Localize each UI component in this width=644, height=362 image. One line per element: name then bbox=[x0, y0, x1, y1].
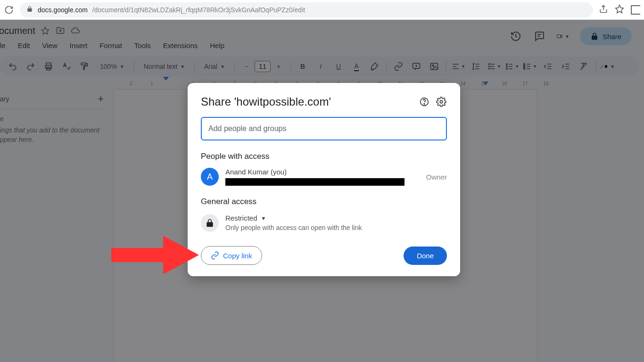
url-host: docs.google.com bbox=[38, 6, 88, 14]
person-row: A Anand Kumar (you) Owner bbox=[201, 168, 447, 186]
chevron-down-icon: ▼ bbox=[261, 215, 266, 221]
chrome-actions bbox=[599, 4, 640, 16]
add-people-input[interactable] bbox=[201, 117, 447, 140]
done-button[interactable]: Done bbox=[404, 247, 447, 265]
share-page-icon[interactable] bbox=[599, 4, 608, 16]
person-email-redacted bbox=[225, 178, 405, 186]
people-with-access-heading: People with access bbox=[201, 152, 447, 161]
general-access-heading: General access bbox=[201, 197, 447, 206]
access-mode-select[interactable]: Restricted ▼ bbox=[225, 214, 362, 222]
avatar: A bbox=[201, 168, 219, 186]
lock-icon bbox=[26, 6, 33, 14]
extensions-icon[interactable] bbox=[631, 5, 640, 15]
url-path: /document/d/1qtN82wLDZakRj_rfqqM78RkOr3j… bbox=[92, 6, 305, 14]
general-access-row: Restricted ▼ Only people with access can… bbox=[201, 214, 447, 232]
svg-point-15 bbox=[424, 104, 425, 105]
owner-label: Owner bbox=[426, 173, 447, 181]
access-description: Only people with access can open with th… bbox=[225, 224, 362, 231]
help-icon[interactable] bbox=[419, 96, 430, 107]
share-dialog: Share 'howitpossible.com' People with ac… bbox=[188, 83, 460, 276]
person-name: Anand Kumar (you) bbox=[225, 168, 405, 176]
lock-icon bbox=[201, 214, 219, 232]
copy-link-button[interactable]: Copy link bbox=[201, 246, 262, 265]
share-dialog-title: Share 'howitpossible.com' bbox=[201, 95, 413, 108]
reload-icon[interactable] bbox=[4, 5, 14, 15]
svg-point-16 bbox=[440, 100, 443, 103]
docs-app: ocument le Edit View Insert Format Tools… bbox=[0, 20, 644, 362]
bookmark-star-icon[interactable] bbox=[615, 4, 624, 16]
browser-chrome-bar: docs.google.com/document/d/1qtN82wLDZakR… bbox=[0, 0, 644, 20]
gear-icon[interactable] bbox=[436, 96, 447, 107]
address-bar[interactable]: docs.google.com/document/d/1qtN82wLDZakR… bbox=[20, 2, 593, 17]
